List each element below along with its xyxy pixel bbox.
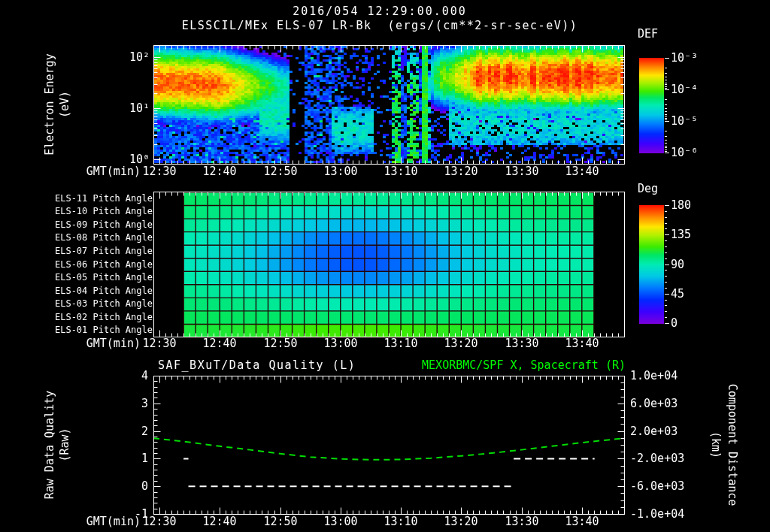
pitch-angle-row-label: ELS-10 Pitch Angle (55, 207, 153, 216)
deg-tick-label: 90 (671, 259, 684, 271)
def-tick-label: 10⁻⁵ (671, 116, 698, 127)
raw-units-label: (Raw) (59, 428, 71, 461)
pitch-angle-row-label: ELS-01 Pitch Angle (55, 325, 153, 334)
raw-data-quality-axis-label: Raw Data Quality (44, 391, 56, 500)
time-tick-label-top: 12:50 (263, 166, 297, 177)
time-tick-label-bottom: 13:10 (383, 516, 417, 527)
time-tick-label-middle: 13:40 (565, 338, 599, 349)
distance-tick-label: 6.0e+03 (630, 398, 678, 410)
gmt-label-top: GMT(min) (86, 166, 141, 177)
deg-tick-label: 135 (671, 229, 691, 240)
deg-tick-label: 0 (671, 318, 678, 329)
quality-tick-label: 4 (141, 370, 148, 382)
pitch-angle-row-label: ELS-03 Pitch Angle (55, 299, 153, 308)
time-tick-label-top: 12:40 (202, 166, 236, 177)
time-tick-label-bottom: 13:00 (323, 516, 357, 527)
time-tick-label-top: 12:30 (142, 166, 176, 177)
time-tick-label-bottom: 13:30 (505, 516, 538, 527)
component-distance-axis-label: Component Distance (726, 384, 738, 506)
energy-tick-label: 10⁰ (129, 154, 150, 165)
electron-energy-axis-label: Electron Energy (44, 53, 56, 155)
time-tick-label-bottom: 13:40 (565, 516, 599, 527)
distance-tick-label: -2.0e+03 (630, 453, 684, 464)
energy-tick-label: 10² (129, 52, 150, 63)
deg-tick-label: 45 (671, 289, 684, 300)
bottom-title-right: MEXORBMC/SPF X, Spacecraft (R) (422, 360, 626, 371)
gmt-label-bottom: GMT(min) (86, 516, 141, 527)
deg-colorbar-title: Deg (638, 183, 658, 195)
quality-tick-label: 0 (141, 481, 148, 492)
quality-tick-label: 1 (141, 453, 148, 464)
time-tick-label-top: 13:00 (323, 166, 357, 177)
time-tick-label-top: 13:30 (505, 166, 538, 177)
pitch-angle-row-label: ELS-06 Pitch Angle (55, 260, 153, 269)
quality-tick-label: -1 (135, 509, 148, 520)
distance-tick-label: -1.0e+04 (630, 509, 684, 520)
km-units-label: (km) (710, 431, 721, 458)
def-tick-label: 10⁻³ (671, 53, 698, 64)
plot-title-datetime: 2016/054 12:29:00.000 (293, 6, 467, 17)
deg-tick-label: 180 (671, 200, 691, 211)
energy-tick-label: 10¹ (129, 103, 150, 114)
plot-title-source: ELSSCIL/MEx ELS-07 LR-Bk (ergs/(cm**2-sr… (182, 20, 578, 32)
distance-tick-label: -6.0e+03 (630, 481, 684, 492)
pitch-angle-row-label: ELS-09 Pitch Angle (55, 220, 153, 229)
distance-tick-label: 1.0e+04 (630, 370, 678, 382)
time-tick-label-middle: 12:50 (263, 338, 297, 349)
time-tick-label-top: 13:40 (565, 166, 599, 177)
plot-page: 2016/054 12:29:00.000 ELSSCIL/MEx ELS-07… (0, 0, 770, 532)
time-tick-label-middle: 12:30 (142, 338, 176, 349)
distance-tick-label: 2.0e+03 (630, 426, 678, 437)
gmt-label-middle: GMT(min) (86, 338, 141, 349)
time-tick-label-top: 13:20 (444, 166, 477, 177)
pitch-angle-row-label: ELS-04 Pitch Angle (55, 286, 153, 295)
bottom-title-left: SAF_BXuT/Data Quality (L) (158, 360, 356, 371)
time-tick-label-bottom: 12:40 (202, 516, 236, 527)
def-tick-label: 10⁻⁴ (671, 84, 698, 95)
ev-units-label: (eV) (59, 91, 71, 118)
pitch-angle-row-label: ELS-08 Pitch Angle (55, 233, 153, 242)
time-tick-label-middle: 13:30 (505, 338, 538, 349)
time-tick-label-bottom: 13:20 (444, 516, 477, 527)
time-tick-label-top: 13:10 (383, 166, 417, 177)
pitch-angle-row-label: ELS-11 Pitch Angle (55, 194, 153, 203)
pitch-angle-row-label: ELS-07 Pitch Angle (55, 246, 153, 255)
quality-tick-label: 3 (141, 398, 148, 410)
def-tick-label: 10⁻⁶ (671, 147, 698, 159)
pitch-angle-row-label: ELS-02 Pitch Angle (55, 313, 153, 322)
quality-tick-label: 2 (141, 426, 148, 437)
time-tick-label-middle: 13:20 (444, 338, 477, 349)
time-tick-label-middle: 12:40 (202, 338, 236, 349)
time-tick-label-middle: 13:00 (323, 338, 357, 349)
time-tick-label-bottom: 12:50 (263, 516, 297, 527)
def-colorbar-title: DEF (638, 29, 658, 40)
pitch-angle-row-label: ELS-05 Pitch Angle (55, 273, 153, 282)
time-tick-label-middle: 13:10 (383, 338, 417, 349)
